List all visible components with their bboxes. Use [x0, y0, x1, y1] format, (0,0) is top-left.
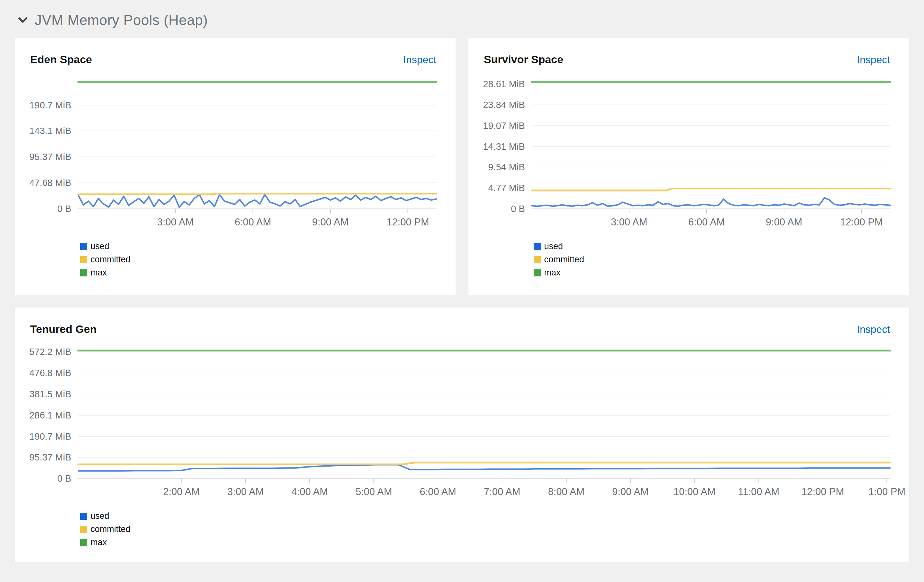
legend-item-max: max: [534, 268, 890, 278]
inspect-link[interactable]: Inspect: [857, 324, 890, 335]
panel-header: Survivor Space Inspect: [484, 53, 890, 66]
y-axis-label: 95.37 MiB: [29, 152, 71, 162]
x-axis-label: 12:00 PM: [802, 486, 844, 498]
x-axis-label: 3:00 AM: [227, 486, 264, 498]
y-axis-label: 28.61 MiB: [483, 79, 525, 89]
y-axis-label: 4.77 MiB: [488, 183, 525, 193]
plot-area[interactable]: [78, 80, 436, 209]
used-series-line: [78, 195, 436, 207]
panel-header: Eden Space Inspect: [30, 53, 436, 66]
chart-survivor-space: 0 B4.77 MiB9.54 MiB14.31 MiB19.07 MiB23.…: [484, 80, 890, 236]
x-axis-label: 8:00 AM: [548, 486, 584, 498]
legend-item-committed: committed: [534, 255, 890, 265]
x-axis-tick: [330, 209, 331, 213]
x-axis-tick: [861, 209, 862, 213]
committed-series-line: [78, 194, 436, 194]
panel-title: Eden Space: [30, 53, 92, 66]
gridline: [78, 457, 890, 457]
gridline: [78, 105, 436, 105]
legend-label: committed: [91, 255, 130, 265]
x-axis-tick: [629, 209, 629, 213]
y-axis-label: 286.1 MiB: [29, 410, 71, 420]
y-axis-label: 190.7 MiB: [29, 100, 71, 110]
gridline: [78, 394, 890, 395]
legend-swatch-committed: [80, 526, 87, 533]
y-axis-label: 381.5 MiB: [29, 389, 71, 399]
y-axis-label: 0 B: [57, 204, 71, 214]
gridline: [532, 84, 890, 84]
legend-label: used: [544, 242, 563, 252]
x-axis-tick: [175, 209, 176, 213]
legend-item-max: max: [80, 268, 436, 278]
inspect-link[interactable]: Inspect: [403, 54, 436, 66]
y-axis-label: 143.1 MiB: [29, 126, 71, 136]
x-axis-tick: [823, 478, 823, 483]
x-axis-label: 6:00 AM: [420, 486, 456, 498]
legend-item-used: used: [80, 511, 890, 521]
x-axis-label: 6:00 AM: [688, 217, 725, 228]
plot-area[interactable]: [78, 350, 890, 478]
used-series-line: [78, 465, 890, 471]
legend-label: max: [91, 538, 107, 547]
y-axis-label: 0 B: [511, 204, 525, 214]
x-axis-tick: [694, 478, 695, 483]
x-axis-tick: [181, 478, 182, 483]
y-axis-label: 190.7 MiB: [29, 431, 71, 442]
x-axis-label: 1:00 PM: [868, 486, 906, 498]
section-header: JVM Memory Pools (Heap): [18, 12, 909, 28]
legend-label: committed: [544, 255, 584, 265]
legend: usedcommittedmax: [80, 511, 890, 547]
x-axis-label: 9:00 AM: [612, 486, 649, 498]
chart-tenured-gen: 0 B95.37 MiB190.7 MiB286.1 MiB381.5 MiB4…: [30, 350, 890, 506]
gridline: [78, 373, 890, 373]
x-axis-tick: [502, 478, 502, 483]
legend-label: used: [91, 511, 109, 521]
inspect-link[interactable]: Inspect: [857, 54, 890, 66]
gridline: [532, 125, 890, 126]
legend-swatch-committed: [534, 256, 541, 263]
legend-swatch-max: [80, 539, 87, 546]
legend-label: max: [91, 268, 107, 278]
legend-item-committed: committed: [80, 524, 890, 534]
y-axis: 0 B4.77 MiB9.54 MiB14.31 MiB19.07 MiB23.…: [484, 80, 525, 209]
legend-label: max: [544, 268, 561, 278]
x-axis-label: 9:00 AM: [766, 217, 802, 228]
x-axis: 2:00 AM3:00 AM4:00 AM5:00 AM6:00 AM7:00 …: [126, 478, 890, 506]
x-axis-tick: [437, 478, 438, 483]
x-axis-tick: [784, 209, 784, 213]
x-axis-tick: [252, 209, 253, 213]
x-axis-label: 5:00 AM: [355, 486, 392, 498]
dashboard-page: JVM Memory Pools (Heap) Eden Space Inspe…: [0, 0, 924, 562]
committed-series-line: [78, 462, 890, 464]
y-axis-label: 9.54 MiB: [488, 162, 525, 173]
gridline: [78, 436, 890, 437]
y-axis-label: 572.2 MiB: [29, 347, 71, 357]
committed-series-line: [532, 189, 890, 191]
plot-area[interactable]: [532, 80, 890, 209]
x-axis-label: 4:00 AM: [291, 486, 328, 498]
panel-title: Tenured Gen: [30, 323, 97, 335]
chart-eden-space: 0 B47.68 MiB95.37 MiB143.1 MiB190.7 MiB …: [30, 80, 436, 236]
y-axis-label: 476.8 MiB: [29, 368, 71, 378]
x-axis-tick: [309, 478, 310, 483]
legend-swatch-max: [534, 270, 541, 276]
y-axis-label: 19.07 MiB: [483, 120, 525, 131]
legend-label: committed: [91, 524, 130, 534]
y-axis-label: 0 B: [57, 473, 71, 484]
gridline: [532, 105, 890, 105]
x-axis-tick: [630, 478, 631, 483]
legend: usedcommittedmax: [534, 242, 890, 278]
legend-item-used: used: [80, 242, 436, 252]
gridline: [78, 156, 436, 157]
chevron-down-icon[interactable]: [18, 17, 35, 23]
legend-item-used: used: [534, 242, 890, 252]
x-axis-tick: [706, 209, 707, 213]
x-axis-label: 12:00 PM: [840, 217, 883, 228]
panel-survivor-space: Survivor Space Inspect 0 B4.77 MiB9.54 M…: [469, 38, 909, 295]
x-axis-tick: [886, 478, 887, 483]
legend-swatch-committed: [80, 256, 87, 263]
x-axis: 3:00 AM6:00 AM9:00 AM12:00 PM: [580, 209, 890, 236]
gridline: [78, 130, 436, 131]
x-axis-tick: [408, 209, 408, 213]
x-axis-label: 11:00 AM: [738, 486, 779, 498]
